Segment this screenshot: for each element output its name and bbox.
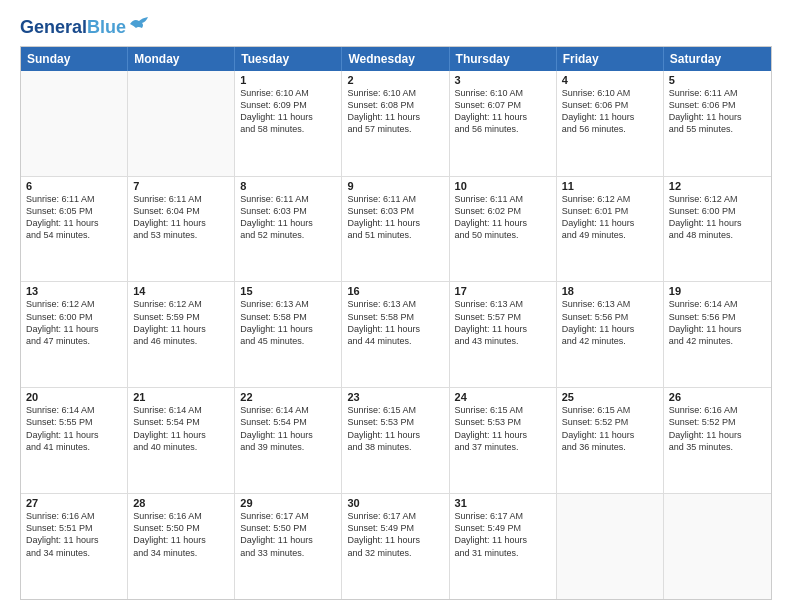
calendar: SundayMondayTuesdayWednesdayThursdayFrid… — [20, 46, 772, 600]
calendar-cell: 28Sunrise: 6:16 AMSunset: 5:50 PMDayligh… — [128, 494, 235, 599]
calendar-row-1: 1Sunrise: 6:10 AMSunset: 6:09 PMDaylight… — [21, 71, 771, 177]
page: GeneralBlue SundayMondayTuesdayWednesday… — [0, 0, 792, 612]
cell-content: Sunrise: 6:16 AMSunset: 5:52 PMDaylight:… — [669, 404, 766, 453]
calendar-cell — [557, 494, 664, 599]
calendar-cell: 19Sunrise: 6:14 AMSunset: 5:56 PMDayligh… — [664, 282, 771, 387]
day-number: 27 — [26, 497, 122, 509]
cell-content: Sunrise: 6:17 AMSunset: 5:49 PMDaylight:… — [455, 510, 551, 559]
cell-content: Sunrise: 6:10 AMSunset: 6:09 PMDaylight:… — [240, 87, 336, 136]
cell-content: Sunrise: 6:10 AMSunset: 6:07 PMDaylight:… — [455, 87, 551, 136]
calendar-cell: 22Sunrise: 6:14 AMSunset: 5:54 PMDayligh… — [235, 388, 342, 493]
cell-content: Sunrise: 6:14 AMSunset: 5:54 PMDaylight:… — [133, 404, 229, 453]
cell-content: Sunrise: 6:17 AMSunset: 5:50 PMDaylight:… — [240, 510, 336, 559]
day-number: 19 — [669, 285, 766, 297]
header: GeneralBlue — [20, 18, 772, 38]
day-number: 23 — [347, 391, 443, 403]
header-day-thursday: Thursday — [450, 47, 557, 71]
calendar-cell: 9Sunrise: 6:11 AMSunset: 6:03 PMDaylight… — [342, 177, 449, 282]
day-number: 13 — [26, 285, 122, 297]
logo-bird-icon — [128, 16, 150, 32]
day-number: 25 — [562, 391, 658, 403]
day-number: 10 — [455, 180, 551, 192]
calendar-body: 1Sunrise: 6:10 AMSunset: 6:09 PMDaylight… — [21, 71, 771, 599]
calendar-cell: 11Sunrise: 6:12 AMSunset: 6:01 PMDayligh… — [557, 177, 664, 282]
day-number: 16 — [347, 285, 443, 297]
day-number: 1 — [240, 74, 336, 86]
day-number: 26 — [669, 391, 766, 403]
header-day-saturday: Saturday — [664, 47, 771, 71]
calendar-cell: 3Sunrise: 6:10 AMSunset: 6:07 PMDaylight… — [450, 71, 557, 176]
day-number: 21 — [133, 391, 229, 403]
calendar-cell: 31Sunrise: 6:17 AMSunset: 5:49 PMDayligh… — [450, 494, 557, 599]
calendar-row-4: 20Sunrise: 6:14 AMSunset: 5:55 PMDayligh… — [21, 388, 771, 494]
day-number: 17 — [455, 285, 551, 297]
cell-content: Sunrise: 6:16 AMSunset: 5:50 PMDaylight:… — [133, 510, 229, 559]
day-number: 4 — [562, 74, 658, 86]
header-day-tuesday: Tuesday — [235, 47, 342, 71]
header-day-friday: Friday — [557, 47, 664, 71]
header-day-sunday: Sunday — [21, 47, 128, 71]
calendar-row-5: 27Sunrise: 6:16 AMSunset: 5:51 PMDayligh… — [21, 494, 771, 599]
header-day-wednesday: Wednesday — [342, 47, 449, 71]
cell-content: Sunrise: 6:17 AMSunset: 5:49 PMDaylight:… — [347, 510, 443, 559]
calendar-cell: 12Sunrise: 6:12 AMSunset: 6:00 PMDayligh… — [664, 177, 771, 282]
calendar-cell — [664, 494, 771, 599]
cell-content: Sunrise: 6:11 AMSunset: 6:03 PMDaylight:… — [347, 193, 443, 242]
cell-content: Sunrise: 6:15 AMSunset: 5:53 PMDaylight:… — [455, 404, 551, 453]
calendar-cell: 21Sunrise: 6:14 AMSunset: 5:54 PMDayligh… — [128, 388, 235, 493]
calendar-cell: 25Sunrise: 6:15 AMSunset: 5:52 PMDayligh… — [557, 388, 664, 493]
cell-content: Sunrise: 6:14 AMSunset: 5:56 PMDaylight:… — [669, 298, 766, 347]
cell-content: Sunrise: 6:12 AMSunset: 6:01 PMDaylight:… — [562, 193, 658, 242]
day-number: 15 — [240, 285, 336, 297]
day-number: 11 — [562, 180, 658, 192]
calendar-cell: 27Sunrise: 6:16 AMSunset: 5:51 PMDayligh… — [21, 494, 128, 599]
calendar-cell — [21, 71, 128, 176]
calendar-row-3: 13Sunrise: 6:12 AMSunset: 6:00 PMDayligh… — [21, 282, 771, 388]
cell-content: Sunrise: 6:13 AMSunset: 5:58 PMDaylight:… — [240, 298, 336, 347]
cell-content: Sunrise: 6:16 AMSunset: 5:51 PMDaylight:… — [26, 510, 122, 559]
calendar-header: SundayMondayTuesdayWednesdayThursdayFrid… — [21, 47, 771, 71]
logo: GeneralBlue — [20, 18, 150, 38]
cell-content: Sunrise: 6:11 AMSunset: 6:04 PMDaylight:… — [133, 193, 229, 242]
calendar-cell: 16Sunrise: 6:13 AMSunset: 5:58 PMDayligh… — [342, 282, 449, 387]
cell-content: Sunrise: 6:13 AMSunset: 5:56 PMDaylight:… — [562, 298, 658, 347]
calendar-cell: 30Sunrise: 6:17 AMSunset: 5:49 PMDayligh… — [342, 494, 449, 599]
day-number: 28 — [133, 497, 229, 509]
cell-content: Sunrise: 6:12 AMSunset: 5:59 PMDaylight:… — [133, 298, 229, 347]
cell-content: Sunrise: 6:11 AMSunset: 6:02 PMDaylight:… — [455, 193, 551, 242]
cell-content: Sunrise: 6:11 AMSunset: 6:03 PMDaylight:… — [240, 193, 336, 242]
logo-text: GeneralBlue — [20, 18, 126, 38]
calendar-cell: 8Sunrise: 6:11 AMSunset: 6:03 PMDaylight… — [235, 177, 342, 282]
calendar-cell: 15Sunrise: 6:13 AMSunset: 5:58 PMDayligh… — [235, 282, 342, 387]
day-number: 22 — [240, 391, 336, 403]
cell-content: Sunrise: 6:10 AMSunset: 6:06 PMDaylight:… — [562, 87, 658, 136]
day-number: 5 — [669, 74, 766, 86]
day-number: 20 — [26, 391, 122, 403]
cell-content: Sunrise: 6:11 AMSunset: 6:06 PMDaylight:… — [669, 87, 766, 136]
day-number: 29 — [240, 497, 336, 509]
header-day-monday: Monday — [128, 47, 235, 71]
day-number: 3 — [455, 74, 551, 86]
calendar-cell: 14Sunrise: 6:12 AMSunset: 5:59 PMDayligh… — [128, 282, 235, 387]
calendar-cell: 24Sunrise: 6:15 AMSunset: 5:53 PMDayligh… — [450, 388, 557, 493]
day-number: 7 — [133, 180, 229, 192]
calendar-cell: 29Sunrise: 6:17 AMSunset: 5:50 PMDayligh… — [235, 494, 342, 599]
calendar-cell: 20Sunrise: 6:14 AMSunset: 5:55 PMDayligh… — [21, 388, 128, 493]
day-number: 14 — [133, 285, 229, 297]
day-number: 12 — [669, 180, 766, 192]
cell-content: Sunrise: 6:15 AMSunset: 5:52 PMDaylight:… — [562, 404, 658, 453]
cell-content: Sunrise: 6:13 AMSunset: 5:57 PMDaylight:… — [455, 298, 551, 347]
day-number: 30 — [347, 497, 443, 509]
calendar-cell: 10Sunrise: 6:11 AMSunset: 6:02 PMDayligh… — [450, 177, 557, 282]
calendar-cell: 2Sunrise: 6:10 AMSunset: 6:08 PMDaylight… — [342, 71, 449, 176]
cell-content: Sunrise: 6:11 AMSunset: 6:05 PMDaylight:… — [26, 193, 122, 242]
day-number: 18 — [562, 285, 658, 297]
day-number: 24 — [455, 391, 551, 403]
day-number: 9 — [347, 180, 443, 192]
calendar-cell: 18Sunrise: 6:13 AMSunset: 5:56 PMDayligh… — [557, 282, 664, 387]
cell-content: Sunrise: 6:13 AMSunset: 5:58 PMDaylight:… — [347, 298, 443, 347]
day-number: 8 — [240, 180, 336, 192]
cell-content: Sunrise: 6:10 AMSunset: 6:08 PMDaylight:… — [347, 87, 443, 136]
cell-content: Sunrise: 6:14 AMSunset: 5:55 PMDaylight:… — [26, 404, 122, 453]
day-number: 31 — [455, 497, 551, 509]
